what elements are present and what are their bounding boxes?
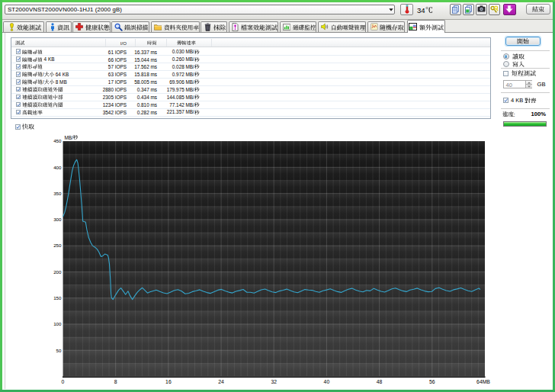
svg-text:450: 450: [53, 138, 62, 143]
svg-text:250: 250: [53, 243, 62, 248]
svg-text:150: 150: [53, 295, 62, 300]
svg-text:50: 50: [56, 348, 62, 353]
svg-text:8: 8: [114, 379, 117, 384]
svg-text:200: 200: [53, 269, 62, 275]
svg-text:MB/: MB/: [65, 135, 74, 140]
svg-text:0: 0: [62, 379, 65, 384]
svg-text:16: 16: [165, 379, 172, 384]
svg-text:24: 24: [218, 379, 224, 384]
svg-text:56: 56: [429, 379, 435, 384]
svg-text:48: 48: [377, 379, 383, 384]
svg-text:64MB: 64MB: [476, 379, 490, 384]
svg-text:400: 400: [53, 165, 62, 170]
svg-text:100: 100: [53, 321, 62, 326]
svg-text:40: 40: [324, 379, 330, 384]
svg-text:350: 350: [53, 191, 62, 196]
svg-text:32: 32: [271, 379, 277, 384]
svg-text:300: 300: [53, 217, 62, 222]
